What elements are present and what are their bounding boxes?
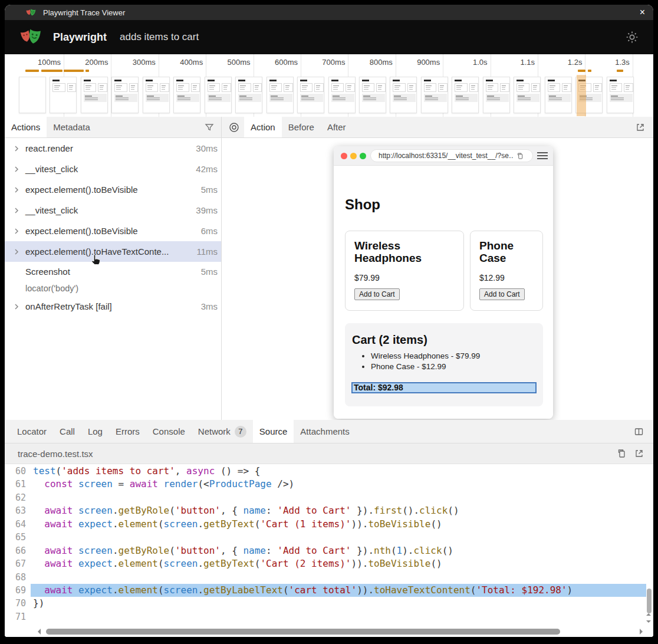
timeline-thumbnail[interactable] [235, 77, 262, 113]
scroll-up-arrow-icon[interactable] [646, 613, 651, 616]
thumb-card [346, 83, 355, 92]
tab-locator[interactable]: Locator [11, 420, 53, 443]
timeline-thumbnail[interactable] [514, 77, 541, 113]
thumb-heading-bar [331, 80, 338, 81]
timeline-thumbnail[interactable] [421, 77, 448, 113]
add-to-cart-button[interactable]: Add to Cart [479, 288, 525, 300]
tab-actions[interactable]: Actions [5, 117, 47, 137]
thumb-line [255, 87, 258, 88]
settings-gear-icon[interactable] [625, 30, 639, 44]
thumb-line [456, 87, 461, 88]
timeline-thumbnail[interactable] [297, 77, 324, 113]
tab-call[interactable]: Call [53, 420, 81, 443]
timeline-tick-label: 900ms [396, 58, 440, 67]
filter-icon[interactable] [205, 123, 214, 132]
scrollbar-thumb[interactable] [46, 629, 560, 635]
timeline-duration-bar [85, 70, 89, 72]
timeline-thumbnail[interactable] [359, 77, 386, 113]
timeline-thumbnail[interactable] [607, 77, 634, 113]
copy-url-icon[interactable] [516, 152, 524, 160]
code-text: await expect.element(screen.getByLabelTe… [33, 584, 573, 597]
tab-metadata[interactable]: Metadata [47, 117, 97, 137]
timeline-thumbnail[interactable] [483, 77, 510, 113]
timeline-thumbnail[interactable] [267, 77, 294, 113]
tab-label: Call [60, 426, 75, 436]
thumb-card [455, 83, 467, 92]
vertical-scrollbar[interactable] [645, 464, 652, 626]
chevron-right-icon[interactable] [13, 303, 20, 310]
split-columns-icon[interactable] [634, 427, 644, 436]
action-row[interactable]: __vitest_click42ms [5, 159, 221, 179]
chevron-right-icon[interactable] [13, 207, 20, 214]
thumb-line [85, 89, 90, 90]
timeline-thumbnail[interactable] [545, 77, 572, 113]
chevron-right-icon[interactable] [13, 186, 20, 193]
action-row[interactable]: onAfterRetryTask [fail]3ms [5, 296, 221, 317]
timeline-thumbnail[interactable] [81, 77, 108, 113]
thumb-cards-row [455, 83, 478, 92]
timeline-tick-label: 1.3s [585, 58, 630, 67]
open-source-external-icon[interactable] [634, 449, 644, 458]
vertical-scrollbar-thumb[interactable] [647, 589, 652, 613]
timeline-thumbnail[interactable] [328, 77, 356, 113]
copy-source-icon[interactable] [617, 449, 626, 458]
thumb-cards-row [516, 83, 540, 92]
action-row[interactable]: expect.element().toBeVisible6ms [5, 221, 221, 241]
source-header: trace-demo.test.tsx [5, 443, 653, 464]
timeline-duration-bar [25, 70, 39, 72]
thumb-heading-bar [548, 80, 555, 81]
thumb-line [209, 99, 222, 100]
thumb-card [486, 83, 498, 92]
tab-errors[interactable]: Errors [109, 420, 146, 443]
action-row[interactable]: expect.element().toHaveTextConte...11ms [5, 241, 221, 262]
scroll-down-arrow-icon[interactable] [646, 620, 651, 623]
timeline-thumbnail[interactable] [19, 77, 46, 113]
timeline-thumbnail[interactable] [143, 77, 170, 113]
thumb-cart-block [516, 94, 539, 103]
thumb-line [378, 87, 381, 88]
tab-attachments[interactable]: Attachments [294, 420, 356, 443]
snapshot-tabbar: ActionBeforeAfter [222, 117, 653, 138]
timeline-strip[interactable]: 100ms200ms300ms400ms500ms600ms700ms800ms… [5, 54, 653, 117]
thumb-card [376, 83, 386, 92]
thumb-cards-row [84, 83, 107, 92]
thumb-line [177, 96, 185, 97]
pick-locator-icon[interactable] [229, 122, 239, 133]
thumb-line [209, 89, 214, 90]
tab-after[interactable]: After [321, 117, 353, 137]
chevron-right-icon[interactable] [13, 228, 20, 235]
open-snapshot-external-icon[interactable] [636, 123, 645, 132]
action-row[interactable]: expect.element().toBeVisible5ms [5, 179, 221, 200]
thumb-line [518, 87, 523, 88]
timeline-thumbnail[interactable] [452, 77, 479, 113]
close-icon[interactable]: × [640, 5, 645, 20]
action-row[interactable]: Screenshot5ms [5, 262, 221, 281]
horizontal-scrollbar[interactable] [5, 627, 653, 636]
tab-source[interactable]: Source [253, 420, 294, 443]
thumb-line [147, 99, 160, 100]
action-row[interactable]: __vitest_click39ms [5, 200, 221, 221]
thumb-line [550, 87, 554, 88]
thumb-heading-bar [300, 80, 307, 81]
tab-log[interactable]: Log [81, 420, 109, 443]
action-duration: 6ms [201, 226, 218, 236]
tab-before[interactable]: Before [282, 117, 321, 137]
chevron-right-icon[interactable] [13, 248, 20, 255]
chevron-right-icon[interactable] [13, 166, 20, 173]
add-to-cart-button[interactable]: Add to Cart [354, 288, 400, 300]
timeline-thumbnail[interactable] [111, 77, 139, 113]
tab-network[interactable]: Network7 [192, 420, 253, 443]
scroll-right-arrow-icon[interactable] [640, 629, 643, 635]
timeline-thumbnail[interactable] [390, 77, 417, 113]
action-row[interactable]: react.render30ms [5, 138, 221, 159]
timeline-thumbnail[interactable] [50, 77, 77, 113]
timeline-duration-bar [41, 70, 62, 72]
timeline-thumbnail[interactable] [173, 77, 200, 113]
tab-console[interactable]: Console [146, 420, 192, 443]
timeline-thumbnail[interactable] [205, 77, 232, 113]
tab-action[interactable]: Action [244, 117, 282, 137]
chevron-right-icon[interactable] [13, 145, 20, 152]
thumb-line [85, 99, 98, 100]
thumb-card [500, 83, 509, 92]
scroll-left-arrow-icon[interactable] [38, 629, 41, 635]
